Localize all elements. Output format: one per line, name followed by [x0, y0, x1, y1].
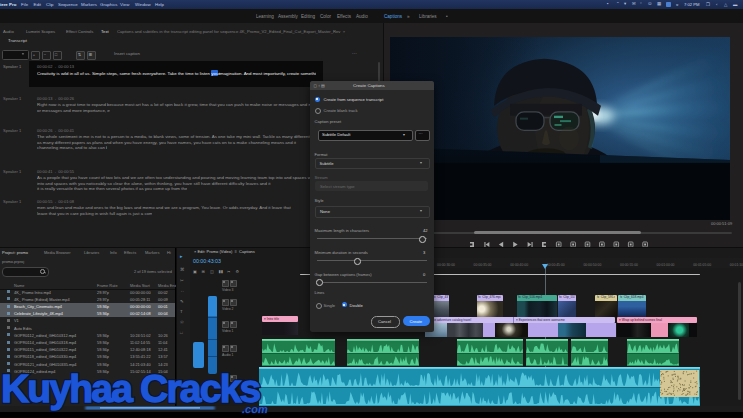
- svg-text:.com: .com: [242, 403, 268, 415]
- svg-text:Kuyhaa Cracks: Kuyhaa Cracks: [1, 367, 261, 410]
